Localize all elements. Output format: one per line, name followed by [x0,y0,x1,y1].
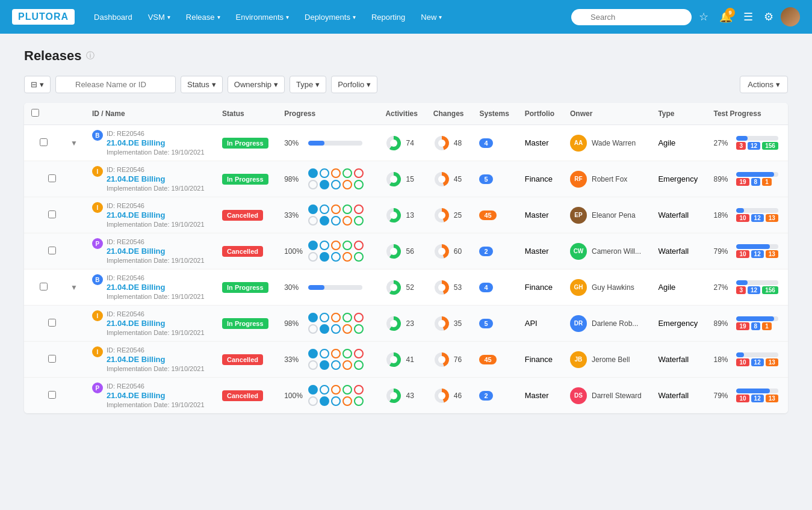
changes-cell: 25 [426,197,473,233]
test-tags: 1981 [736,322,778,330]
changes-count: 35 [454,319,462,328]
filter-toggle-button[interactable]: ⊟ ▾ [24,76,51,93]
th-activities[interactable]: Activities [378,103,426,125]
releases-table-container: ID / Name Status Progress Activities Cha… [24,103,788,413]
status-cell: In Progress [215,269,277,306]
nav-reporting[interactable]: Reporting [365,10,411,24]
user-avatar[interactable] [781,7,800,26]
status-cell: Cancelled [215,378,277,414]
test-pct: 27% [713,283,733,292]
list-icon[interactable]: ☰ [740,7,757,27]
page-title: Releases [24,48,81,64]
global-search-input[interactable] [571,9,692,25]
activities-cell: 23 [378,306,426,342]
test-progress-bar [736,316,778,321]
select-all-checkbox[interactable] [31,109,39,117]
type-cell: Waterfall [651,233,706,269]
settings-icon[interactable]: ⚙ [760,7,777,27]
test-tag: 12 [751,358,764,366]
row-checkbox[interactable] [48,210,56,218]
row-checkbox-cell [24,269,63,306]
release-name[interactable]: 21.04.DE Billing [107,283,205,292]
release-name[interactable]: 21.04.DE Billing [107,174,205,183]
svg-point-29 [390,392,397,399]
row-type-icon: P [92,238,103,249]
navbar: PLUTORA Dashboard VSM ▾ Release ▾ Enviro… [0,0,812,34]
portfolio-filter-button[interactable]: Porfolio ▾ [331,76,377,93]
systems-cell: 45 [472,342,517,378]
id-name-cell: P ID: RE20546 21.04.DE Billing Implement… [85,378,215,414]
row-checkbox[interactable] [48,319,56,327]
row-checkbox[interactable] [48,355,56,363]
actions-button[interactable]: Actions ▾ [740,76,788,93]
test-tag: 12 [751,250,764,258]
nav-release[interactable]: Release ▾ [180,10,226,24]
progress-cell: 100% [277,378,378,414]
row-checkbox[interactable] [48,247,56,254]
release-name[interactable]: 21.04.DE Billing [107,319,205,328]
th-changes[interactable]: Changes [426,103,473,125]
type-filter-button[interactable]: Type ▾ [290,76,326,93]
th-owner[interactable]: Onwer [563,103,651,125]
ownership-filter-button[interactable]: Ownership ▾ [228,76,285,93]
test-tag: 156 [762,142,778,150]
impl-date: Implementation Date: 19/10/2021 [107,185,205,192]
release-name[interactable]: 21.04.DE Billing [107,138,205,147]
progress-cell: 33% [277,342,378,378]
release-name[interactable]: 21.04.DE Billing [107,391,205,400]
activities-cell: 52 [378,269,426,306]
test-progress-bar [736,352,778,357]
notification-icon[interactable]: 🔔 9 [716,7,736,27]
th-test-progress[interactable]: Test Progress [706,103,788,125]
test-tag: 13 [766,214,778,222]
owner-avatar: EP [570,207,587,224]
row-checkbox[interactable] [40,283,48,290]
test-tags: 101213 [736,395,778,402]
changes-count: 60 [454,247,462,256]
row-checkbox[interactable] [48,391,56,399]
release-name[interactable]: 21.04.DE Billing [107,355,205,364]
th-progress[interactable]: Progress [277,103,378,125]
row-type-icon: I [92,166,103,177]
type-cell: Agile [651,125,706,161]
portfolio-cell: Master [518,125,563,161]
impl-date: Implementation Date: 19/10/2021 [107,401,205,408]
search-wrapper: 🔍 [571,9,692,25]
svg-point-5 [390,176,397,183]
nav-deployments[interactable]: Deployments ▾ [299,10,362,24]
systems-cell: 2 [472,378,517,414]
release-name[interactable]: 21.04.DE Billing [107,210,205,220]
expand-button[interactable]: ▼ [70,139,78,147]
owner-name: Guy Hawkins [592,283,634,292]
status-badge: Cancelled [222,246,263,257]
row-checkbox[interactable] [48,174,56,182]
changes-cell: 46 [426,378,473,414]
th-status[interactable]: Status [215,103,277,125]
systems-badge: 5 [479,319,492,328]
type-value: Emergency [658,174,698,183]
logo: PLUTORA [12,9,75,25]
nav-dashboard[interactable]: Dashboard [88,10,138,24]
release-search-input[interactable] [55,76,176,93]
th-systems[interactable]: Systems [472,103,517,125]
info-icon[interactable]: ⓘ [86,51,95,61]
th-checkbox [24,103,63,125]
portfolio-cell: Master [518,197,563,233]
owner-cell: AA Wade Warren [563,125,651,161]
release-id: ID: RE20546 [107,166,205,173]
nav-new[interactable]: New ▾ [415,10,448,24]
row-checkbox[interactable] [40,138,48,146]
star-icon[interactable]: ☆ [695,7,712,27]
expand-button[interactable]: ▼ [70,283,78,292]
nav-vsm[interactable]: VSM ▾ [142,10,176,24]
th-portfolio[interactable]: Portfolio [518,103,563,125]
release-id: ID: RE20546 [107,202,205,209]
status-filter-button[interactable]: Status ▾ [181,76,223,93]
th-type[interactable]: Type [651,103,706,125]
th-id-name[interactable]: ID / Name [85,103,215,125]
systems-cell: 5 [472,306,517,342]
progress-bar [308,141,362,146]
impl-date: Implementation Date: 19/10/2021 [107,257,205,264]
release-name[interactable]: 21.04.DE Billing [107,247,205,256]
nav-environments[interactable]: Environments ▾ [230,10,295,24]
